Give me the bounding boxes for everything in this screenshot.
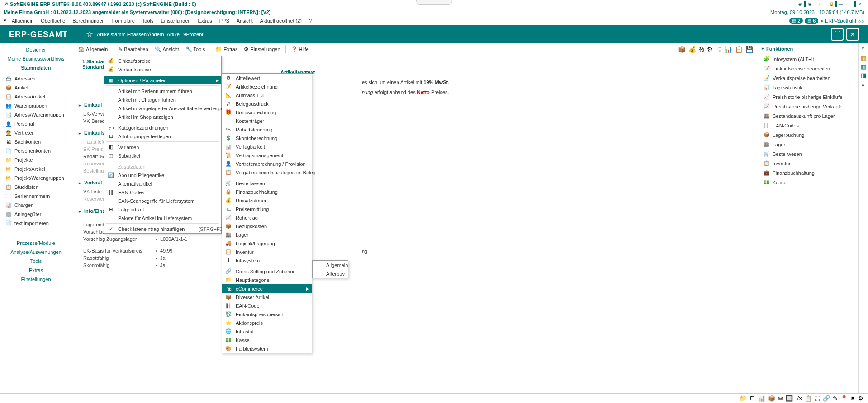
menu-extras[interactable]: Extras bbox=[194, 17, 216, 24]
func-kasse[interactable]: 💵Kasse bbox=[763, 178, 854, 187]
menu-ansicht[interactable]: Ansicht bbox=[233, 17, 256, 24]
toolbtn-allgemein[interactable]: 🏠Allgemein bbox=[75, 45, 110, 53]
func-bestellwesen[interactable]: 🛒Bestellwesen bbox=[763, 149, 854, 159]
ctx-kategoriezuordnungen[interactable]: 🏷Kategoriezuordnungen bbox=[104, 123, 221, 132]
ctx-artikelmitseriennumm[interactable]: Artikel mit Seriennummern führen bbox=[104, 87, 221, 95]
ctx-subartikel[interactable]: ◫Subartikel bbox=[104, 151, 221, 160]
ctx-umsatzsteuer[interactable]: 💰Umsatzsteuer bbox=[222, 196, 312, 205]
ctx-verfgbarkeit[interactable]: 📊Verfügbarkeit bbox=[222, 142, 312, 151]
ctx-artikelinvorgelagert[interactable]: Artikel in vorgelagerter Auswahltabelle … bbox=[104, 104, 221, 112]
f-icon-12[interactable]: 📍 bbox=[840, 395, 848, 402]
menu-allgemein[interactable]: Allgemein bbox=[8, 17, 37, 24]
func-preishistoriebisheri[interactable]: 📈Preishistorie bisherige Verkäufe bbox=[763, 102, 854, 111]
ctx-aufmass[interactable]: 📐Aufmass 1-3 bbox=[222, 91, 312, 99]
ctx-rohertrag[interactable]: 📈Rohertrag bbox=[222, 213, 312, 222]
sidebar-item-sachkonten[interactable]: 🏛Sachkonten bbox=[4, 137, 68, 146]
sidebar-item-personenkonten[interactable]: 📄Personenkonten bbox=[4, 146, 68, 155]
toolbtn-ansicht[interactable]: 🔍Ansicht bbox=[152, 45, 182, 53]
f-icon-6[interactable]: 🔲 bbox=[786, 395, 793, 402]
ctx-ecommerce[interactable]: 🛍eCommerce▶ bbox=[222, 284, 312, 293]
ctx-preisermittlung[interactable]: 🏷Preisermittlung bbox=[222, 205, 312, 213]
toolbtn-extras[interactable]: 📁Extras bbox=[213, 45, 240, 53]
badge-1[interactable]: ▤ 2 bbox=[789, 18, 803, 24]
func-lager[interactable]: 🏬Lager bbox=[763, 140, 854, 149]
ctx-attributgruppefestle[interactable]: ⊞Attributgruppe festlegen bbox=[104, 132, 221, 141]
ctx-intrastat[interactable]: 🌐Intrastat bbox=[222, 327, 312, 336]
sidebar-item-adresswarengruppen[interactable]: 📑Adress/Warengruppen bbox=[4, 110, 68, 119]
f-icon-9[interactable]: ⬚ bbox=[815, 395, 820, 402]
sidebar-item-textimportieren[interactable]: 📄text importieren bbox=[4, 219, 68, 228]
binoculars-icon[interactable]: ⌕⌕ bbox=[858, 18, 864, 23]
sidebar-nav-einstellungen[interactable]: Einstellungen bbox=[0, 275, 72, 284]
ctx-afterbuy[interactable]: Afterbuy bbox=[313, 269, 348, 278]
sidebar-item-seriennummern[interactable]: ⋮⋮Seriennummern bbox=[4, 192, 68, 201]
minimize-icon[interactable]: — bbox=[836, 1, 845, 7]
f-icon-7[interactable]: √x bbox=[796, 395, 802, 402]
v-down-icon[interactable]: ⤓ bbox=[861, 80, 866, 87]
tool-icon-4[interactable]: ⚙ bbox=[707, 46, 713, 53]
toolbtn-einstellungen[interactable]: ⚙Einstellungen bbox=[241, 45, 283, 53]
sidebar-item-personal[interactable]: 👤Personal bbox=[4, 119, 68, 128]
sidebar-item-stcklisten[interactable]: 📋Stücklisten bbox=[4, 183, 68, 192]
ctx-alternativartikel[interactable]: Alternativartikel bbox=[104, 179, 221, 188]
tool-icon-6[interactable]: 📊 bbox=[725, 46, 732, 53]
win-btn-3[interactable]: ▭ bbox=[816, 1, 825, 7]
v-grid-icon[interactable]: ▦ bbox=[861, 55, 866, 61]
f-icon-3[interactable]: 📊 bbox=[758, 395, 765, 402]
menu-einstellungen[interactable]: Einstellungen bbox=[157, 17, 194, 24]
v-win-icon[interactable]: ▥ bbox=[861, 63, 866, 70]
win-btn-1[interactable]: ◉ bbox=[796, 1, 805, 7]
func-inventur[interactable]: 📋Inventur bbox=[763, 159, 854, 168]
menu-dropdown-icon[interactable]: ▾ bbox=[4, 18, 6, 23]
ctx-belegausdruck[interactable]: 🖨Belegausdruck bbox=[222, 99, 312, 108]
ctx-inventur[interactable]: 📋Inventur bbox=[222, 248, 312, 256]
window-grab-handle[interactable] bbox=[416, 0, 452, 5]
ctx-checklisteneintraghi[interactable]: ✓Checklisteneintrag hinzufügen(STRG+F3) bbox=[104, 225, 221, 233]
ctx-einkaufspreisbersich[interactable]: 💱Einkaufspreisübersicht bbox=[222, 310, 312, 319]
tool-icon-8[interactable]: 💾 bbox=[745, 46, 753, 53]
f-icon-5[interactable]: ✉ bbox=[778, 395, 783, 402]
sidebar-item-projektartikel[interactable]: 📂Projekt/Artikel bbox=[4, 164, 68, 173]
ctx-eancode[interactable]: ∥∥EAN-Code bbox=[222, 301, 312, 310]
menu-formulare[interactable]: Formulare bbox=[109, 17, 138, 24]
sidebar-nav-tools[interactable]: Tools bbox=[0, 257, 72, 266]
ctx-vertragsmanagement[interactable]: 📜Vertragsmanagement bbox=[222, 151, 312, 159]
ctx-paketefrartikelimlie[interactable]: Pakete für Artikel im Liefersystem bbox=[104, 214, 221, 222]
sidebar-item-artikel[interactable]: 📦Artikel bbox=[4, 83, 68, 92]
v-chart-icon[interactable]: ◨ bbox=[861, 72, 866, 79]
f-icon-2[interactable]: 🗒 bbox=[749, 395, 755, 402]
sidebar-workflows[interactable]: Meine Businessworkflows bbox=[0, 54, 72, 63]
ctx-kasse[interactable]: 💵Kasse bbox=[222, 336, 312, 344]
func-bestandsauskunftprol[interactable]: 🏬Bestandsauskunft pro Lager bbox=[763, 111, 854, 121]
ctx-bonusabrechnung[interactable]: 🎁Bonusabrechnung bbox=[222, 108, 312, 117]
f-icon-1[interactable]: 📁 bbox=[740, 395, 747, 402]
ctx-aboundpflegeartikel[interactable]: 🔄Abo und Pflegeartikel bbox=[104, 171, 221, 179]
ctx-optionenparameter[interactable]: ▦Optionen / Parameter▶ bbox=[104, 76, 221, 84]
sidebar-item-adressen[interactable]: 📇Adressen bbox=[4, 74, 68, 83]
tool-icon-7[interactable]: 📋 bbox=[735, 46, 743, 53]
func-verkaufspreisebearbe[interactable]: 📝Verkaufspreise bearbeiten bbox=[763, 73, 854, 83]
ctx-artikelmitchargenfhr[interactable]: Artikel mit Chargen führen bbox=[104, 95, 221, 104]
func-finanzbuchhaltung[interactable]: 💼Finanzbuchhaltung bbox=[763, 168, 854, 178]
menu-aktuell[interactable]: Aktuell geöffnet (2) bbox=[256, 17, 305, 24]
ctx-eanscanbegriffefrlie[interactable]: EAN-Scanbegriffe für Liefersystem bbox=[104, 197, 221, 205]
ctx-einkaufspreise[interactable]: 💰Einkaufspreise bbox=[104, 56, 221, 65]
close-icon[interactable]: ✕ bbox=[855, 1, 864, 7]
f-icon-8[interactable]: 📋 bbox=[805, 395, 812, 402]
win-btn-2[interactable]: ◉ bbox=[805, 1, 814, 7]
erp-spotlight[interactable]: ERP-Spotlight bbox=[825, 18, 856, 23]
fullscreen-button[interactable]: ⛶ bbox=[831, 28, 844, 41]
menu-pps[interactable]: PPS bbox=[216, 17, 233, 24]
sidebar-nav-prozessemodule[interactable]: Prozesse/Module bbox=[0, 239, 72, 248]
toolbtn-tools[interactable]: 🔧Tools bbox=[183, 45, 208, 53]
ctx-lager[interactable]: 🏬Lager bbox=[222, 230, 312, 239]
ctx-vertreterabrechnungp[interactable]: 👤Vertreterabrechnung / Provision bbox=[222, 159, 312, 168]
ctx-bezugskosten[interactable]: 📦Bezugskosten bbox=[222, 222, 312, 230]
ctx-artikelbezeichnung[interactable]: 📝Artikelbezeichnung bbox=[222, 82, 312, 91]
close-panel-button[interactable]: ✕ bbox=[846, 28, 859, 41]
func-lagerbuchung[interactable]: 📦Lagerbuchung bbox=[763, 130, 854, 140]
func-eancodes[interactable]: ∥∥EAN-Codes bbox=[763, 121, 854, 130]
favorite-star-icon[interactable]: ☆ bbox=[86, 29, 93, 39]
ctx-diverserartikel[interactable]: 📦Diverser Artikel bbox=[222, 293, 312, 301]
menu-tools[interactable]: Tools bbox=[138, 17, 157, 24]
